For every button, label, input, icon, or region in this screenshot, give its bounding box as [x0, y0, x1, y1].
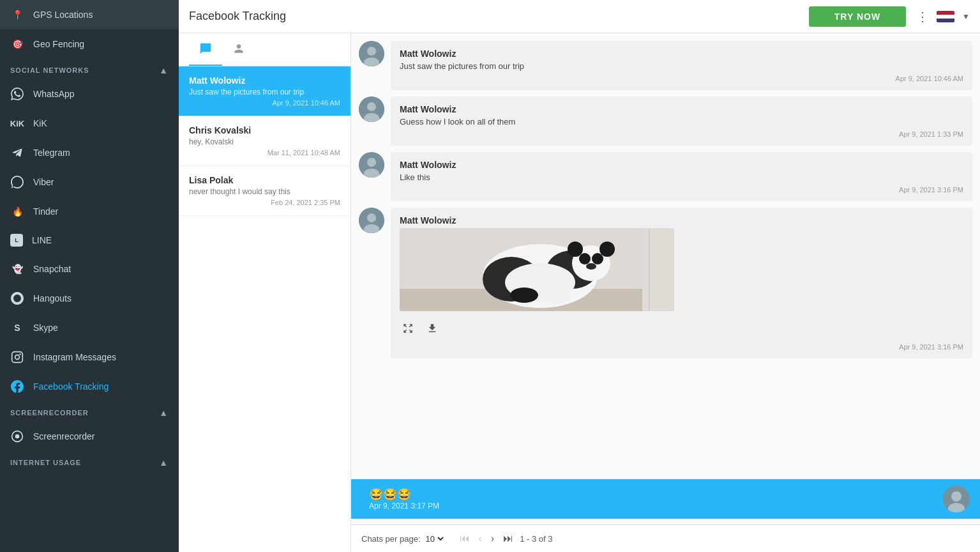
sidebar-item-tinder[interactable]: 🔥 Tinder — [0, 197, 179, 226]
message-sender: Matt Wolowiz — [400, 49, 963, 59]
chat-item-name: Matt Wolowiz — [189, 75, 340, 86]
chat-items-list: Matt Wolowiz Just saw the pictures from … — [179, 66, 351, 552]
whatsapp-icon — [10, 87, 24, 101]
sidebar-item-label: KiK — [33, 118, 47, 128]
last-page-button[interactable]: ⏭ — [501, 532, 516, 546]
sidebar-item-label: Screenrecorder — [33, 431, 95, 441]
header: Facebook Tracking TRY NOW ⋮ ▼ — [179, 0, 980, 33]
svg-rect-33 — [649, 228, 650, 311]
sidebar-item-label: Skype — [33, 323, 58, 333]
sidebar-item-snapchat[interactable]: 👻 Snapchat — [0, 254, 179, 284]
message-bubble: Matt Wolowiz Just saw the pictures from … — [391, 41, 972, 90]
location-icon: 📍 — [10, 8, 24, 22]
chat-item-preview: never thought I would say this — [189, 187, 340, 196]
chevron-down-icon[interactable]: ▼ — [962, 12, 970, 21]
sidebar-item-hangouts[interactable]: Hangouts — [0, 284, 179, 313]
pagination-bar: Chats per page: 10 25 50 ⏮ ‹ › ⏭ 1 - 3 o… — [351, 525, 980, 552]
message-row: Matt Wolowiz Guess how I look on all of … — [359, 96, 972, 146]
page-range-label: 1 - 3 of 3 — [520, 534, 552, 544]
social-networks-items: WhatsApp KiK KiK Telegram Viber 🔥 Tinder… — [0, 79, 179, 401]
tab-messages[interactable] — [189, 33, 222, 66]
sidebar-item-label: Geo Fencing — [33, 39, 84, 49]
sidebar-item-label: GPS Locations — [33, 10, 93, 20]
sidebar-item-whatsapp[interactable]: WhatsApp — [0, 79, 179, 109]
message-bubble: Matt Wolowiz Like this Apr 9, 2021 3:16 … — [391, 152, 972, 201]
chat-item[interactable]: Matt Wolowiz Just saw the pictures from … — [179, 66, 351, 116]
chevron-up-icon: ▲ — [159, 65, 169, 75]
chat-list: Matt Wolowiz Just saw the pictures from … — [179, 33, 351, 552]
svg-point-2 — [19, 353, 21, 355]
prev-page-button[interactable]: ‹ — [476, 532, 485, 546]
svg-point-4 — [15, 434, 20, 439]
message-bubble: Matt Wolowiz — [391, 208, 972, 358]
instagram-icon — [10, 350, 24, 364]
sidebar-item-label: LINE — [32, 235, 52, 245]
section-label: SCREENRECORDER — [10, 409, 89, 417]
message-image — [400, 228, 674, 311]
svg-point-25 — [579, 253, 591, 264]
svg-point-30 — [510, 288, 538, 303]
viber-icon — [10, 175, 24, 189]
first-page-button[interactable]: ⏮ — [457, 532, 472, 546]
tab-contacts[interactable] — [222, 33, 255, 66]
sidebar-item-label: Snapchat — [33, 264, 71, 274]
sidebar-item-screenrecorder[interactable]: Screenrecorder — [0, 422, 179, 451]
message-bubble: Matt Wolowiz Guess how I look on all of … — [391, 96, 972, 146]
chevron-up-icon: ▲ — [159, 408, 169, 418]
chat-item-time: Apr 9, 2021 10:46 AM — [189, 99, 340, 107]
svg-point-26 — [592, 253, 603, 264]
message-time: Apr 9, 2021 10:46 AM — [400, 75, 963, 82]
try-now-button[interactable]: TRY NOW — [809, 6, 906, 27]
download-button[interactable] — [424, 320, 441, 339]
message-row: Matt Wolowiz Just saw the pictures from … — [359, 41, 972, 90]
chat-item-time: Mar 11, 2021 10:48 AM — [189, 149, 340, 157]
chat-item-name: Lisa Polak — [189, 175, 340, 185]
sidebar: 📍 GPS Locations 🎯 Geo Fencing SOCIAL NET… — [0, 0, 179, 552]
sidebar-item-geo-fencing[interactable]: 🎯 Geo Fencing — [0, 29, 179, 59]
chat-item[interactable]: Chris Kovalski hey, Kovalski Mar 11, 202… — [179, 116, 351, 166]
sidebar-item-label: Instagram Messages — [33, 352, 116, 362]
sidebar-item-label: WhatsApp — [33, 89, 75, 99]
sidebar-item-skype[interactable]: S Skype — [0, 313, 179, 342]
message-panel: Matt Wolowiz Just saw the pictures from … — [351, 33, 980, 552]
section-label: SOCIAL NETWORKS — [10, 66, 89, 74]
avatar — [359, 41, 384, 66]
svg-point-27 — [586, 263, 596, 270]
sidebar-item-label: Viber — [33, 177, 54, 187]
svg-point-31 — [543, 291, 569, 303]
message-time: Apr 9, 2021 3:16 PM — [400, 186, 963, 194]
header-right: ⋮ ▼ — [916, 9, 970, 24]
sidebar-item-line[interactable]: L LINE — [0, 226, 179, 254]
flag-icon[interactable] — [937, 11, 954, 22]
chat-item-preview: hey, Kovalski — [189, 137, 340, 146]
chat-item[interactable]: Lisa Polak never thought I would say thi… — [179, 166, 351, 216]
message-row: Matt Wolowiz Like this Apr 9, 2021 3:16 … — [359, 152, 972, 201]
expand-button[interactable] — [400, 320, 416, 339]
message-text: Just saw the pictures from our trip — [400, 61, 963, 71]
sidebar-item-kik[interactable]: KiK KiK — [0, 109, 179, 138]
message-row: Matt Wolowiz — [359, 208, 972, 358]
chats-per-page-label: Chats per page: — [361, 534, 421, 544]
message-sender: Matt Wolowiz — [400, 104, 963, 114]
message-sender: Matt Wolowiz — [400, 215, 963, 226]
sidebar-item-label: Facebook Tracking — [33, 381, 109, 392]
sidebar-item-gps-locations[interactable]: 📍 GPS Locations — [0, 0, 179, 29]
internet-usage-header[interactable]: INTERNET USAGE ▲ — [0, 451, 179, 471]
bottom-notification: 😂😂😂 Apr 9, 2021 3:17 PM — [351, 479, 980, 519]
social-networks-header[interactable]: SOCIAL NETWORKS ▲ — [0, 59, 179, 79]
sidebar-item-instagram[interactable]: Instagram Messages — [0, 342, 179, 372]
line-icon: L — [10, 234, 23, 247]
facebook-icon — [10, 379, 24, 394]
per-page-select[interactable]: 10 25 50 — [423, 533, 446, 544]
svg-rect-0 — [12, 352, 23, 363]
svg-point-15 — [367, 213, 376, 222]
sidebar-item-facebook-tracking[interactable]: Facebook Tracking — [0, 372, 179, 401]
more-options-icon[interactable]: ⋮ — [916, 9, 929, 24]
sidebar-item-viber[interactable]: Viber — [0, 167, 179, 197]
next-page-button[interactable]: › — [488, 532, 497, 546]
svg-rect-32 — [642, 228, 674, 311]
chat-item-name: Chris Kovalski — [189, 125, 340, 135]
sidebar-item-telegram[interactable]: Telegram — [0, 138, 179, 167]
geofence-icon: 🎯 — [10, 37, 24, 51]
screenrecorder-header[interactable]: SCREENRECORDER ▲ — [0, 401, 179, 422]
